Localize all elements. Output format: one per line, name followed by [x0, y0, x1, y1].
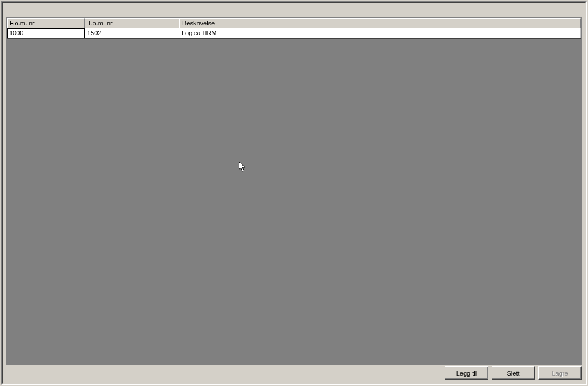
- slett-button[interactable]: Slett: [492, 366, 535, 380]
- legg-til-button[interactable]: Legg til: [445, 366, 488, 380]
- column-header-beskrivelse[interactable]: Beskrivelse: [179, 18, 581, 28]
- grid-header-row: F.o.m. nr T.o.m. nr Beskrivelse: [7, 18, 581, 28]
- cell-fom[interactable]: 1000: [7, 28, 85, 38]
- cell-beskrivelse[interactable]: Logica HRM: [179, 28, 581, 38]
- dialog-inner: F.o.m. nr T.o.m. nr Beskrivelse 1000 150…: [2, 2, 586, 384]
- row-separator: [7, 38, 581, 39]
- cell-tom[interactable]: 1502: [85, 28, 179, 38]
- table-row[interactable]: 1000 1502 Logica HRM: [7, 28, 581, 38]
- column-header-tom[interactable]: T.o.m. nr: [85, 18, 179, 28]
- column-header-fom[interactable]: F.o.m. nr: [7, 18, 85, 28]
- data-grid[interactable]: F.o.m. nr T.o.m. nr Beskrivelse 1000 150…: [6, 17, 582, 365]
- lagre-button: Lagre: [538, 366, 582, 380]
- button-bar: Legg til Slett Lagre: [445, 366, 582, 380]
- dialog-panel: F.o.m. nr T.o.m. nr Beskrivelse 1000 150…: [1, 1, 587, 385]
